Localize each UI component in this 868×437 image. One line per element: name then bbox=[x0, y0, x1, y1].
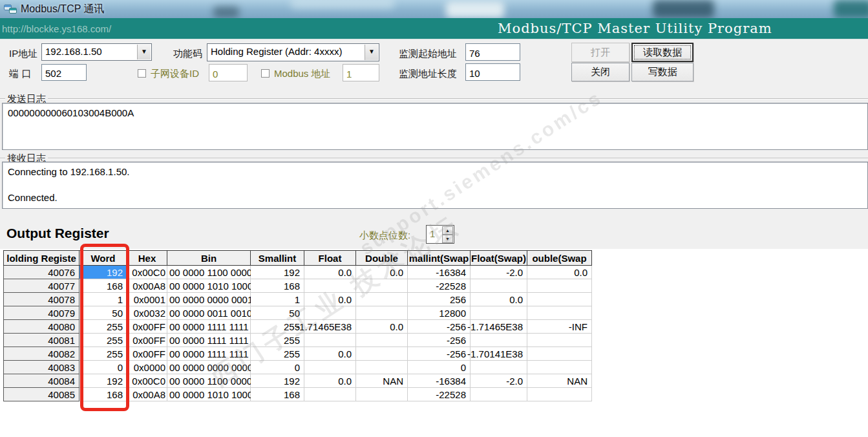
cell-smallint-swap[interactable]: 12800 bbox=[408, 306, 471, 320]
column-header-double[interactable]: Double bbox=[356, 251, 408, 266]
cell-smallint-swap[interactable]: -256 bbox=[408, 320, 471, 334]
cell-smallint[interactable]: 255 bbox=[251, 347, 304, 361]
cell-register[interactable]: 40084 bbox=[4, 374, 79, 388]
cell-bin[interactable]: 00 0000 1010 1000 bbox=[167, 279, 251, 293]
cell-bin[interactable]: 00 0000 0000 0000 bbox=[167, 361, 251, 374]
function-code-combobox[interactable]: Holding Register (Addr: 4xxxx) ▼ bbox=[207, 43, 379, 61]
cell-bin[interactable]: 00 0000 1100 0000 bbox=[167, 266, 251, 279]
cell-bin[interactable]: 00 0000 0011 0010 bbox=[167, 306, 251, 320]
cell-double-swap[interactable] bbox=[527, 334, 592, 347]
cell-bin[interactable]: 00 0000 1111 1111 bbox=[167, 334, 251, 347]
cell-double-swap[interactable] bbox=[527, 306, 592, 320]
cell-double[interactable] bbox=[356, 361, 408, 374]
cell-double-swap[interactable] bbox=[527, 388, 592, 401]
cell-smallint[interactable]: 192 bbox=[251, 266, 304, 279]
cell-float-swap[interactable]: -1.70141E38 bbox=[471, 347, 527, 361]
cell-float-swap[interactable] bbox=[471, 388, 527, 401]
cell-double[interactable] bbox=[356, 293, 408, 306]
cell-double-swap[interactable]: NAN bbox=[527, 374, 592, 388]
cell-smallint[interactable]: 168 bbox=[251, 388, 304, 401]
function-code-dropdown-button[interactable]: ▼ bbox=[365, 45, 378, 60]
cell-float[interactable]: -1.71465E38 bbox=[304, 320, 356, 334]
cell-bin[interactable]: 00 0000 1010 1000 bbox=[167, 388, 251, 401]
cell-hex[interactable]: 0x00C0 bbox=[127, 266, 167, 279]
cell-float-swap[interactable] bbox=[471, 306, 527, 320]
cell-smallint[interactable]: 0 bbox=[251, 361, 304, 374]
cell-smallint-swap[interactable]: -22528 bbox=[408, 279, 471, 293]
cell-smallint-swap[interactable]: -16384 bbox=[408, 266, 471, 279]
cell-float-swap[interactable] bbox=[471, 361, 527, 374]
cell-hex[interactable]: 0x0032 bbox=[127, 306, 167, 320]
cell-double[interactable]: NAN bbox=[356, 374, 408, 388]
modbus-addr-checkbox[interactable] bbox=[261, 69, 270, 78]
cell-double[interactable] bbox=[356, 306, 408, 320]
cell-double-swap[interactable]: 0.0 bbox=[527, 266, 592, 279]
cell-smallint[interactable]: 1 bbox=[251, 293, 304, 306]
decimal-places-spinner[interactable]: 1 ▲ ▼ bbox=[426, 225, 454, 244]
cell-register[interactable]: 40078 bbox=[4, 293, 79, 306]
cell-double-swap[interactable] bbox=[527, 347, 592, 361]
cell-double[interactable] bbox=[356, 388, 408, 401]
cell-hex[interactable]: 0x00FF bbox=[127, 334, 167, 347]
cell-hex[interactable]: 0x00FF bbox=[127, 347, 167, 361]
cell-smallint-swap[interactable]: 0 bbox=[408, 361, 471, 374]
cell-hex[interactable]: 0x0001 bbox=[127, 293, 167, 306]
cell-float[interactable] bbox=[304, 334, 356, 347]
cell-double-swap[interactable] bbox=[527, 279, 592, 293]
cell-double-swap[interactable] bbox=[527, 293, 592, 306]
cell-float-swap[interactable] bbox=[471, 279, 527, 293]
ip-combobox[interactable]: 192.168.1.50 ▼ bbox=[41, 43, 152, 61]
cell-double[interactable] bbox=[356, 279, 408, 293]
modbus-addr-input[interactable] bbox=[343, 64, 379, 81]
cell-smallint-swap[interactable]: -256 bbox=[408, 347, 471, 361]
write-data-button[interactable]: 写数据 bbox=[631, 63, 693, 81]
cell-register[interactable]: 40081 bbox=[4, 334, 79, 347]
column-header-register[interactable]: lolding Registe bbox=[4, 251, 79, 266]
cell-float[interactable] bbox=[304, 279, 356, 293]
cell-hex[interactable]: 0x00A8 bbox=[127, 388, 167, 401]
cell-register[interactable]: 40076 bbox=[4, 266, 79, 279]
cell-float-swap[interactable]: -2.0 bbox=[471, 374, 527, 388]
subnet-id-input[interactable] bbox=[209, 64, 248, 81]
cell-hex[interactable]: 0x00FF bbox=[127, 320, 167, 334]
cell-float-swap[interactable]: -2.0 bbox=[471, 266, 527, 279]
monitor-length-input[interactable] bbox=[465, 63, 520, 81]
cell-hex[interactable]: 0x00A8 bbox=[127, 279, 167, 293]
cell-float-swap[interactable] bbox=[471, 334, 527, 347]
send-log-textarea[interactable]: 000000000060103004B000A bbox=[2, 103, 868, 150]
cell-float-swap[interactable]: 0.0 bbox=[471, 293, 527, 306]
cell-bin[interactable]: 00 0000 1100 0000 bbox=[167, 374, 251, 388]
cell-float[interactable] bbox=[304, 306, 356, 320]
cell-hex[interactable]: 0x00C0 bbox=[127, 374, 167, 388]
column-header-smallint[interactable]: Smallint bbox=[251, 251, 304, 266]
cell-smallint-swap[interactable]: -22528 bbox=[408, 388, 471, 401]
cell-float[interactable]: 0.0 bbox=[304, 266, 356, 279]
cell-double[interactable] bbox=[356, 334, 408, 347]
cell-float[interactable]: 0.0 bbox=[304, 293, 356, 306]
cell-smallint-swap[interactable]: -16384 bbox=[408, 374, 471, 388]
cell-double-swap[interactable]: -INF bbox=[527, 320, 592, 334]
cell-smallint-swap[interactable]: 256 bbox=[408, 293, 471, 306]
subnet-id-checkbox[interactable] bbox=[138, 69, 146, 78]
column-header-smallint-swap[interactable]: mallint(Swap bbox=[408, 251, 471, 266]
close-button[interactable]: 关闭 bbox=[571, 63, 630, 81]
column-header-double-swap[interactable]: ouble(Swap bbox=[527, 251, 592, 266]
cell-bin[interactable]: 00 0000 1111 1111 bbox=[167, 320, 251, 334]
cell-double-swap[interactable] bbox=[527, 361, 592, 374]
cell-hex[interactable]: 0x0000 bbox=[127, 361, 167, 374]
cell-smallint[interactable]: 168 bbox=[251, 279, 304, 293]
cell-float[interactable]: 0.0 bbox=[304, 374, 356, 388]
cell-register[interactable]: 40085 bbox=[4, 388, 79, 401]
recv-log-textarea[interactable]: Connecting to 192.168.1.50. Connected. (… bbox=[2, 162, 868, 209]
cell-register[interactable]: 40082 bbox=[4, 347, 79, 361]
cell-float-swap[interactable]: -1.71465E38 bbox=[471, 320, 527, 334]
monitor-start-input[interactable] bbox=[465, 43, 520, 61]
column-header-hex[interactable]: Hex bbox=[127, 251, 167, 266]
cell-register[interactable]: 40083 bbox=[4, 361, 79, 374]
open-button[interactable]: 打开 bbox=[571, 43, 630, 62]
read-data-button[interactable]: 读取数据 bbox=[631, 43, 693, 62]
window-titlebar[interactable]: Modbus/TCP 通讯 bbox=[0, 0, 868, 18]
column-header-float-swap[interactable]: Float(Swap) bbox=[471, 251, 527, 266]
cell-smallint[interactable]: 192 bbox=[251, 374, 304, 388]
cell-bin[interactable]: 00 0000 1111 1111 bbox=[167, 347, 251, 361]
